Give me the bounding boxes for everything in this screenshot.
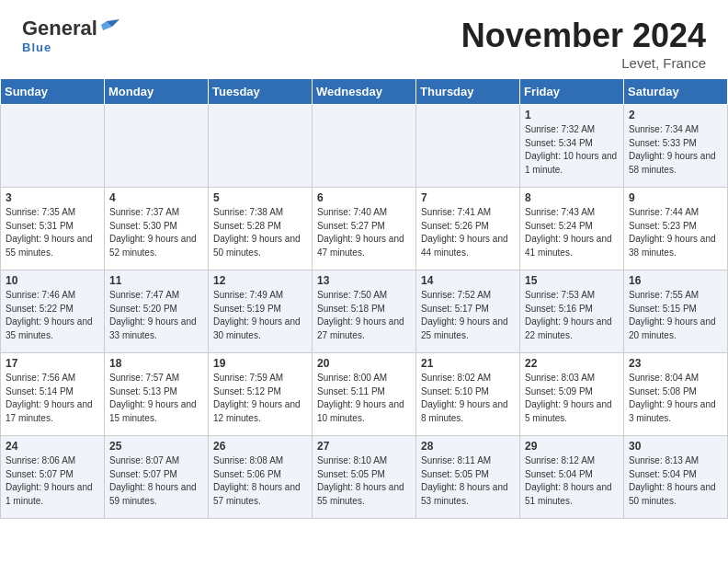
calendar-day: 25Sunrise: 8:07 AM Sunset: 5:07 PM Dayli… — [105, 436, 209, 519]
calendar-day: 14Sunrise: 7:52 AM Sunset: 5:17 PM Dayli… — [416, 270, 520, 353]
calendar-day: 9Sunrise: 7:44 AM Sunset: 5:23 PM Daylig… — [624, 188, 728, 270]
day-number: 29 — [525, 440, 619, 453]
month-title: November 2024 — [461, 17, 706, 55]
calendar-day: 30Sunrise: 8:13 AM Sunset: 5:04 PM Dayli… — [624, 436, 728, 519]
page-header: General Blue November 2024 Levet, France — [0, 0, 728, 78]
day-number: 8 — [525, 191, 619, 204]
day-number: 30 — [629, 440, 722, 453]
day-number: 4 — [109, 191, 203, 204]
calendar-day: 23Sunrise: 8:04 AM Sunset: 5:08 PM Dayli… — [624, 353, 728, 436]
day-info: Sunrise: 8:06 AM Sunset: 5:07 PM Dayligh… — [6, 454, 99, 508]
calendar-day: 27Sunrise: 8:10 AM Sunset: 5:05 PM Dayli… — [313, 436, 416, 519]
day-info: Sunrise: 8:12 AM Sunset: 5:04 PM Dayligh… — [525, 454, 619, 508]
day-info: Sunrise: 8:11 AM Sunset: 5:05 PM Dayligh… — [421, 454, 515, 508]
weekday-header-row: SundayMondayTuesdayWednesdayThursdayFrid… — [1, 79, 728, 105]
day-info: Sunrise: 7:34 AM Sunset: 5:33 PM Dayligh… — [629, 123, 722, 177]
day-info: Sunrise: 8:03 AM Sunset: 5:09 PM Dayligh… — [525, 372, 619, 425]
day-number: 1 — [525, 109, 619, 121]
calendar-day: 29Sunrise: 8:12 AM Sunset: 5:04 PM Dayli… — [520, 436, 624, 519]
day-info: Sunrise: 7:38 AM Sunset: 5:28 PM Dayligh… — [213, 206, 307, 259]
day-info: Sunrise: 8:00 AM Sunset: 5:11 PM Dayligh… — [317, 372, 411, 425]
day-number: 18 — [109, 357, 203, 370]
day-number: 19 — [213, 357, 307, 370]
calendar-day: 19Sunrise: 7:59 AM Sunset: 5:12 PM Dayli… — [209, 353, 313, 436]
calendar-day: 10Sunrise: 7:46 AM Sunset: 5:22 PM Dayli… — [1, 270, 105, 353]
day-info: Sunrise: 7:59 AM Sunset: 5:12 PM Dayligh… — [213, 372, 307, 425]
day-number: 25 — [109, 440, 203, 453]
day-number: 27 — [317, 440, 411, 453]
day-number: 14 — [421, 274, 515, 287]
day-info: Sunrise: 7:53 AM Sunset: 5:16 PM Dayligh… — [525, 289, 619, 342]
day-info: Sunrise: 7:47 AM Sunset: 5:20 PM Dayligh… — [109, 289, 203, 342]
calendar-day: 26Sunrise: 8:08 AM Sunset: 5:06 PM Dayli… — [209, 436, 313, 519]
calendar-day — [1, 105, 105, 188]
calendar-week-4: 17Sunrise: 7:56 AM Sunset: 5:14 PM Dayli… — [1, 353, 728, 436]
calendar-day: 22Sunrise: 8:03 AM Sunset: 5:09 PM Dayli… — [520, 353, 624, 436]
day-number: 20 — [317, 357, 411, 370]
day-info: Sunrise: 7:40 AM Sunset: 5:27 PM Dayligh… — [317, 206, 411, 259]
calendar-day: 16Sunrise: 7:55 AM Sunset: 5:15 PM Dayli… — [624, 270, 728, 353]
logo-bird-icon — [99, 17, 119, 38]
day-number: 23 — [629, 357, 722, 370]
calendar-day — [105, 105, 209, 188]
day-number: 24 — [6, 440, 99, 453]
day-info: Sunrise: 8:04 AM Sunset: 5:08 PM Dayligh… — [629, 372, 722, 425]
calendar-day: 3Sunrise: 7:35 AM Sunset: 5:31 PM Daylig… — [1, 188, 105, 270]
day-number: 3 — [6, 191, 99, 204]
calendar-day: 24Sunrise: 8:06 AM Sunset: 5:07 PM Dayli… — [1, 436, 105, 519]
title-block: November 2024 Levet, France — [461, 17, 706, 71]
day-info: Sunrise: 7:55 AM Sunset: 5:15 PM Dayligh… — [629, 289, 722, 342]
day-info: Sunrise: 7:32 AM Sunset: 5:34 PM Dayligh… — [525, 123, 619, 177]
day-number: 5 — [213, 191, 307, 204]
calendar-day: 4Sunrise: 7:37 AM Sunset: 5:30 PM Daylig… — [105, 188, 209, 270]
logo-blue: Blue — [22, 40, 51, 54]
day-info: Sunrise: 7:35 AM Sunset: 5:31 PM Dayligh… — [6, 206, 99, 259]
day-info: Sunrise: 8:13 AM Sunset: 5:04 PM Dayligh… — [629, 454, 722, 508]
logo: General Blue — [22, 17, 119, 54]
weekday-header-sunday: Sunday — [1, 79, 105, 105]
day-info: Sunrise: 7:50 AM Sunset: 5:18 PM Dayligh… — [317, 289, 411, 342]
day-number: 26 — [213, 440, 307, 453]
weekday-header-monday: Monday — [105, 79, 209, 105]
day-number: 16 — [629, 274, 722, 287]
day-info: Sunrise: 7:56 AM Sunset: 5:14 PM Dayligh… — [6, 372, 99, 425]
day-number: 11 — [109, 274, 203, 287]
day-info: Sunrise: 8:10 AM Sunset: 5:05 PM Dayligh… — [317, 454, 411, 508]
calendar-day — [209, 105, 313, 188]
day-number: 15 — [525, 274, 619, 287]
weekday-header-tuesday: Tuesday — [209, 79, 313, 105]
day-info: Sunrise: 8:07 AM Sunset: 5:07 PM Dayligh… — [109, 454, 203, 508]
calendar-day: 28Sunrise: 8:11 AM Sunset: 5:05 PM Dayli… — [416, 436, 520, 519]
calendar-day: 1Sunrise: 7:32 AM Sunset: 5:34 PM Daylig… — [520, 105, 624, 188]
day-number: 13 — [317, 274, 411, 287]
calendar-day: 5Sunrise: 7:38 AM Sunset: 5:28 PM Daylig… — [209, 188, 313, 270]
weekday-header-wednesday: Wednesday — [313, 79, 416, 105]
calendar-week-3: 10Sunrise: 7:46 AM Sunset: 5:22 PM Dayli… — [1, 270, 728, 353]
calendar-week-1: 1Sunrise: 7:32 AM Sunset: 5:34 PM Daylig… — [1, 105, 728, 188]
day-info: Sunrise: 7:52 AM Sunset: 5:17 PM Dayligh… — [421, 289, 515, 342]
weekday-header-thursday: Thursday — [416, 79, 520, 105]
calendar-day: 18Sunrise: 7:57 AM Sunset: 5:13 PM Dayli… — [105, 353, 209, 436]
calendar-day: 13Sunrise: 7:50 AM Sunset: 5:18 PM Dayli… — [313, 270, 416, 353]
calendar-day — [313, 105, 416, 188]
calendar-week-5: 24Sunrise: 8:06 AM Sunset: 5:07 PM Dayli… — [1, 436, 728, 519]
day-number: 17 — [6, 357, 99, 370]
logo-general: General — [22, 17, 97, 40]
day-info: Sunrise: 7:43 AM Sunset: 5:24 PM Dayligh… — [525, 206, 619, 259]
calendar-day: 6Sunrise: 7:40 AM Sunset: 5:27 PM Daylig… — [313, 188, 416, 270]
day-number: 9 — [629, 191, 722, 204]
day-number: 12 — [213, 274, 307, 287]
weekday-header-saturday: Saturday — [624, 79, 728, 105]
calendar-day: 2Sunrise: 7:34 AM Sunset: 5:33 PM Daylig… — [624, 105, 728, 188]
calendar-day: 20Sunrise: 8:00 AM Sunset: 5:11 PM Dayli… — [313, 353, 416, 436]
day-number: 21 — [421, 357, 515, 370]
calendar-week-2: 3Sunrise: 7:35 AM Sunset: 5:31 PM Daylig… — [1, 188, 728, 270]
day-number: 7 — [421, 191, 515, 204]
calendar-day: 15Sunrise: 7:53 AM Sunset: 5:16 PM Dayli… — [520, 270, 624, 353]
weekday-header-friday: Friday — [520, 79, 624, 105]
calendar-day: 7Sunrise: 7:41 AM Sunset: 5:26 PM Daylig… — [416, 188, 520, 270]
day-info: Sunrise: 7:46 AM Sunset: 5:22 PM Dayligh… — [6, 289, 99, 342]
calendar-day: 11Sunrise: 7:47 AM Sunset: 5:20 PM Dayli… — [105, 270, 209, 353]
calendar-day: 8Sunrise: 7:43 AM Sunset: 5:24 PM Daylig… — [520, 188, 624, 270]
day-info: Sunrise: 7:49 AM Sunset: 5:19 PM Dayligh… — [213, 289, 307, 342]
